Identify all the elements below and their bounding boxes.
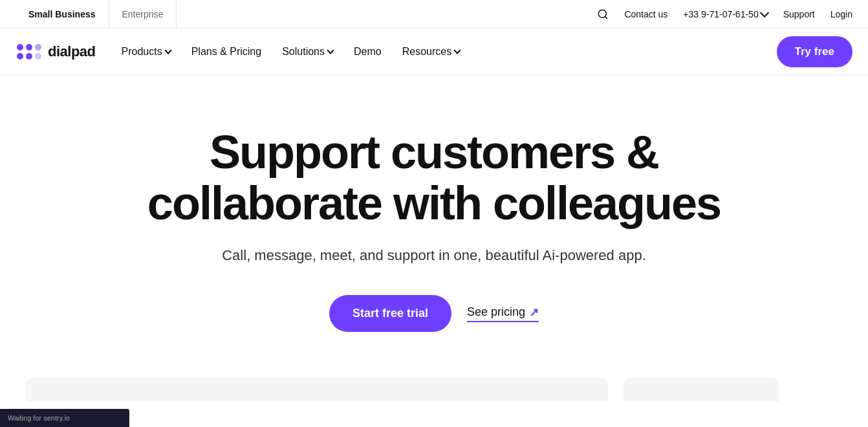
tab-enterprise[interactable]: Enterprise: [109, 0, 177, 28]
svg-point-4: [17, 53, 23, 60]
hero-subtitle: Call, message, meet, and support in one,…: [222, 247, 646, 264]
nav-products[interactable]: Products: [122, 46, 171, 58]
svg-line-1: [605, 16, 607, 18]
search-icon[interactable]: [597, 8, 609, 20]
svg-point-7: [35, 53, 41, 60]
tab-small-business[interactable]: Small Business: [16, 0, 109, 28]
top-bar-tabs: Small Business Enterprise: [16, 0, 177, 28]
contact-us-link[interactable]: Contact us: [624, 9, 667, 19]
logo-icon: [16, 43, 43, 61]
bottom-cards-row: [0, 377, 868, 402]
bottom-card-left: [26, 377, 608, 402]
solutions-chevron-icon: [327, 47, 334, 54]
phone-chevron-icon: [760, 8, 769, 17]
see-pricing-link[interactable]: See pricing ↗: [467, 305, 539, 322]
nav-solutions[interactable]: Solutions: [282, 46, 333, 58]
arrow-icon: ↗: [529, 305, 539, 320]
try-free-button[interactable]: Try free: [777, 36, 852, 67]
top-bar: Small Business Enterprise Contact us +33…: [0, 0, 868, 28]
phone-number[interactable]: +33 9-71-07-61-50: [683, 9, 767, 19]
nav-resources[interactable]: Resources: [402, 46, 460, 58]
nav-links: Products Plans & Pricing Solutions Demo …: [122, 46, 461, 58]
start-free-trial-button[interactable]: Start free trial: [329, 295, 451, 332]
nav-plans-pricing[interactable]: Plans & Pricing: [191, 46, 262, 58]
support-link[interactable]: Support: [783, 9, 815, 19]
products-chevron-icon: [164, 47, 171, 54]
main-nav: dialpad Products Plans & Pricing Solutio…: [0, 28, 868, 75]
logo-text: dialpad: [48, 43, 96, 60]
svg-point-5: [26, 53, 32, 60]
hero-section: Support customers & collaborate with col…: [0, 75, 868, 371]
svg-point-2: [17, 44, 23, 50]
login-link[interactable]: Login: [830, 9, 852, 19]
resources-chevron-icon: [453, 47, 461, 54]
top-bar-actions: Contact us +33 9-71-07-61-50 Support Log…: [597, 8, 852, 20]
logo[interactable]: dialpad: [16, 43, 96, 61]
hero-title: Support customers & collaborate with col…: [147, 127, 721, 229]
nav-left: dialpad Products Plans & Pricing Solutio…: [16, 43, 460, 61]
svg-point-3: [26, 44, 32, 50]
bottom-card-right: [624, 377, 779, 402]
nav-demo[interactable]: Demo: [354, 46, 382, 58]
svg-point-6: [35, 44, 41, 50]
hero-cta: Start free trial See pricing ↗: [329, 295, 539, 332]
